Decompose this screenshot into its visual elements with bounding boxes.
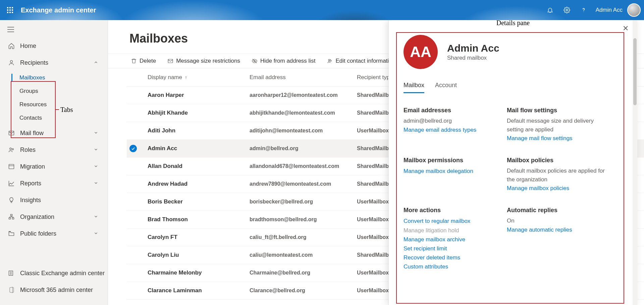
cell-email: caliu@lemonteatest.com (250, 252, 357, 258)
link-manage-mailflow[interactable]: Manage mail flow settings (507, 134, 607, 143)
app-launcher-icon[interactable] (3, 3, 17, 17)
chevron-down-icon (94, 180, 98, 187)
row-checked-icon[interactable] (129, 145, 137, 152)
sidebar-item-migration[interactable]: Migration (0, 158, 108, 175)
link-manage-email-types[interactable]: Manage email address types (404, 125, 504, 134)
svg-rect-0 (7, 7, 8, 8)
user-avatar[interactable] (627, 3, 641, 17)
link-mailbox-archive[interactable]: Manage mailbox archive (404, 235, 504, 244)
svg-rect-15 (9, 131, 14, 135)
details-scrollbar[interactable] (633, 20, 637, 305)
close-icon[interactable]: ✕ (623, 24, 629, 33)
annotation-bracket (56, 109, 59, 110)
section-email-addresses: Email addresses admin@bellred.org Manage… (404, 107, 504, 143)
link-custom-attrs[interactable]: Custom attributes (404, 262, 504, 271)
cell-name: Aditi John (142, 127, 250, 134)
cell-email: bradthomson@bellred.org (250, 217, 357, 223)
sidebar-label: Public folders (20, 230, 56, 237)
section-permissions: Mailbox permissions Manage mailbox deleg… (404, 157, 504, 193)
sidebar-item-reports[interactable]: Reports (0, 175, 108, 192)
exchange-icon (7, 270, 15, 277)
svg-rect-2 (12, 7, 13, 8)
link-manage-policies[interactable]: Manage mailbox policies (507, 184, 607, 193)
cell-name: Aaron Harper (142, 92, 250, 99)
cell-email: Charmaine@bellred.org (250, 270, 357, 276)
sidebar-item-insights[interactable]: Insights (0, 192, 108, 208)
svg-rect-6 (7, 12, 8, 13)
sidebar-sub-mailboxes[interactable]: Mailboxes (0, 71, 108, 84)
section-auto-replies: Automatic replies On Manage automatic re… (507, 207, 607, 271)
sidebar-item-classic-eac[interactable]: Classic Exchange admin center (0, 265, 108, 282)
sidebar-label: Microsoft 365 admin center (20, 287, 93, 294)
notifications-icon[interactable] (543, 3, 557, 17)
tab-mailbox[interactable]: Mailbox (404, 82, 424, 93)
edit-contact-button[interactable]: Edit contact information (323, 55, 399, 67)
cell-name: Brad Thomson (142, 216, 250, 223)
annotation-tabs-label: Tabs (60, 106, 73, 114)
sidebar-item-mailflow[interactable]: Mail flow (0, 125, 108, 141)
sidebar-label: Mail flow (20, 130, 44, 137)
cell-name: Charmaine Melonby (142, 269, 250, 276)
sidebar-label: Organization (20, 213, 54, 221)
link-manage-delegation[interactable]: Manage mailbox delegation (404, 167, 504, 176)
svg-rect-28 (168, 59, 173, 63)
sidebar-toggle-icon[interactable] (7, 27, 14, 34)
annotation-details-label: Details pane (496, 20, 530, 27)
section-mailflow-settings: Mail flow settings Default message size … (507, 107, 607, 143)
cell-name: Abhijit Khande (142, 110, 250, 116)
chevron-down-icon (94, 213, 98, 221)
chevron-down-icon (94, 130, 98, 137)
delete-button[interactable]: Delete (127, 55, 160, 67)
col-header-email[interactable]: Email address (250, 74, 357, 81)
details-avatar: AA (404, 35, 438, 69)
cell-email: aditijohn@lemonteatest.com (250, 128, 357, 134)
sidebar-item-publicfolders[interactable]: Public folders (0, 225, 108, 242)
user-name[interactable]: Admin Acc (596, 7, 623, 13)
details-pane: Details pane ✕ AA Admin Acc Shared mailb… (388, 20, 637, 305)
scrollbar-thumb[interactable] (633, 38, 637, 105)
lightbulb-icon (7, 197, 15, 203)
link-manage-auto-replies[interactable]: Manage automatic replies (507, 225, 607, 234)
tab-account[interactable]: Account (435, 82, 457, 93)
home-icon (7, 43, 15, 49)
cell-email: borisbecker@bellred.org (250, 199, 357, 205)
svg-rect-7 (9, 12, 11, 13)
col-header-name[interactable]: Display name↑ (142, 74, 250, 81)
help-icon[interactable] (576, 3, 591, 17)
msg-size-button[interactable]: Message size restrictions (163, 55, 244, 67)
svg-rect-1 (9, 7, 11, 8)
person-icon (7, 59, 15, 66)
sort-asc-icon: ↑ (185, 75, 187, 80)
sidebar-sub-resources[interactable]: Resources (0, 98, 108, 111)
sidebar-sub-contacts[interactable]: Contacts (0, 111, 108, 125)
sidebar-sub-groups[interactable]: Groups (0, 84, 108, 98)
cell-name: Boris Becker (142, 198, 250, 205)
svg-rect-22 (12, 218, 14, 219)
link-recover-deleted[interactable]: Recover deleted items (404, 253, 504, 262)
cell-email: admin@bellred.org (250, 145, 357, 151)
svg-rect-20 (11, 215, 12, 216)
header-bar: Exchange admin center Admin Acc (0, 0, 644, 20)
cell-name: Andrew Hadad (142, 181, 250, 187)
sidebar-item-roles[interactable]: Roles (0, 141, 108, 158)
svg-rect-4 (9, 9, 11, 11)
cell-name: Allan Donald (142, 163, 250, 170)
details-subtitle: Shared mailbox (447, 55, 499, 61)
settings-icon[interactable] (559, 3, 574, 17)
link-recipient-limit[interactable]: Set recipient limit (404, 244, 504, 253)
roles-icon (7, 146, 15, 153)
sidebar-label: Classic Exchange admin center (20, 270, 105, 277)
chevron-down-icon (94, 163, 98, 170)
svg-point-14 (10, 60, 13, 63)
sidebar-item-m365-admin[interactable]: Microsoft 365 admin center (0, 282, 108, 298)
org-icon (7, 213, 15, 220)
sidebar-item-organization[interactable]: Organization (0, 208, 108, 225)
cell-name: Admin Acc (142, 145, 250, 152)
cell-email: caliu_ft@ft.bellred.org (250, 234, 357, 240)
brand-title: Exchange admin center (21, 6, 96, 14)
hide-button[interactable]: Hide from address list (248, 55, 319, 67)
svg-rect-18 (9, 164, 14, 169)
sidebar-item-recipients[interactable]: Recipients (0, 54, 108, 71)
sidebar-item-home[interactable]: Home (0, 38, 108, 54)
link-convert-regular[interactable]: Convert to regular mailbox (404, 217, 504, 226)
